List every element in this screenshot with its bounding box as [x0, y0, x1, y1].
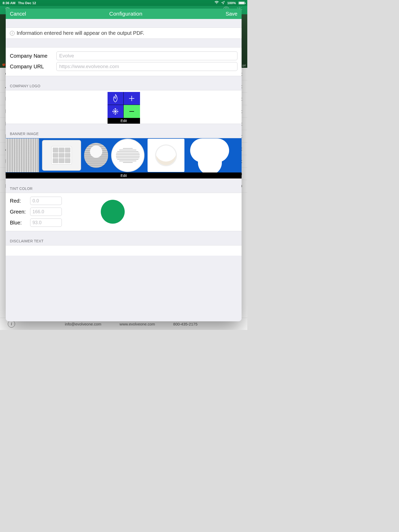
footer-phone[interactable]: 800-435-2175: [173, 322, 197, 326]
pipe-elbow-graphic: [188, 138, 232, 172]
company-url-input[interactable]: [56, 62, 237, 71]
company-url-label: Company URL: [10, 64, 53, 70]
tint-color-swatch: [101, 200, 125, 224]
section-company-logo: COMPANY LOGO: [6, 76, 242, 90]
tint-blue-label: Blue:: [10, 220, 28, 226]
tint-red-label: Red:: [10, 198, 28, 204]
section-disclaimer-text: DISCLAIMER TEXT: [6, 231, 242, 245]
info-icon: i: [10, 31, 15, 36]
maps-legal: gal: [242, 64, 246, 67]
wifi-icon: [215, 1, 219, 5]
exhaust-fan-graphic: [42, 140, 81, 171]
banner-block: Edit: [6, 138, 242, 179]
info-icon[interactable]: i: [8, 320, 15, 328]
minus-icon: [124, 105, 140, 118]
section-banner-image: BANNER IMAGE: [6, 124, 242, 138]
tint-green-input[interactable]: [30, 208, 62, 216]
tint-blue-input[interactable]: [30, 218, 62, 227]
flex-duct-graphic: [6, 138, 39, 172]
status-bar: 8:36 AM Thu Dec 12 100%: [0, 0, 247, 6]
company-logo-block: Edit: [6, 90, 242, 124]
plus-icon: [124, 92, 140, 105]
vent-plate-graphic: [148, 139, 184, 172]
snowflake-icon: [108, 105, 124, 118]
save-button[interactable]: Save: [225, 11, 237, 17]
logo-edit-button[interactable]: Edit: [108, 118, 140, 124]
footer-url[interactable]: www.evolveone.com: [119, 322, 155, 326]
company-form: Company Name Company URL: [6, 47, 242, 76]
modal-title: Configuration: [26, 11, 225, 17]
round-vent-graphic: [111, 139, 144, 172]
company-name-input[interactable]: [56, 51, 237, 60]
duct-clamp-graphic: [84, 143, 108, 168]
tint-block: Red: Green: Blue:: [6, 193, 242, 231]
cancel-button[interactable]: Cancel: [10, 11, 26, 17]
modal-header: Cancel Configuration Save: [6, 9, 242, 19]
battery-icon: [238, 2, 245, 4]
footer-email[interactable]: info@evolveone.com: [65, 322, 101, 326]
company-name-label: Company Name: [10, 53, 53, 59]
banner-image[interactable]: [6, 138, 242, 172]
tint-green-label: Green:: [10, 209, 28, 215]
flame-icon: [108, 92, 124, 105]
status-time: 8:36 AM: [3, 1, 15, 5]
status-date: Thu Dec 12: [18, 1, 36, 5]
tint-red-input[interactable]: [30, 197, 62, 205]
configuration-modal: Cancel Configuration Save i Information …: [6, 9, 242, 321]
info-banner: i Information entered here will appear o…: [6, 28, 242, 39]
info-text: Information entered here will appear on …: [17, 30, 144, 36]
location-icon: [221, 1, 225, 5]
battery-percent: 100%: [227, 1, 236, 5]
disclaimer-block[interactable]: [6, 245, 242, 256]
section-tint-color: TINT COLOR: [6, 179, 242, 193]
company-logo[interactable]: Edit: [108, 92, 140, 124]
banner-edit-button[interactable]: Edit: [6, 172, 242, 178]
